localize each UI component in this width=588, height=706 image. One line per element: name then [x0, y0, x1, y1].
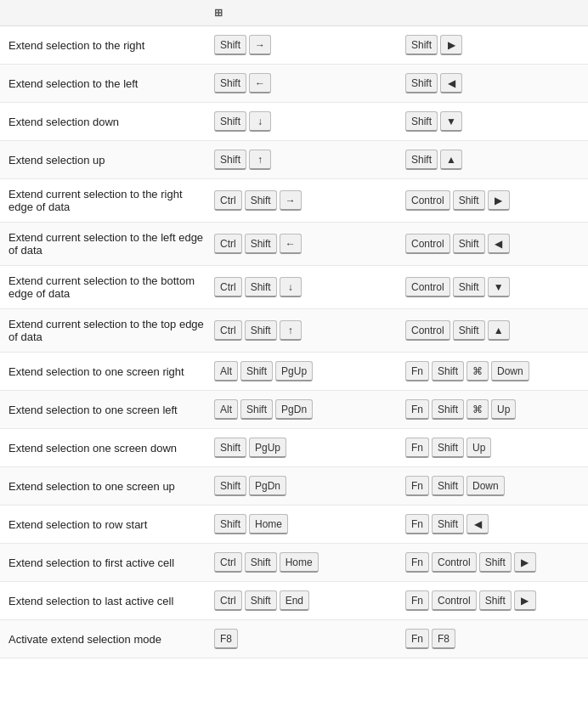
key-badge: ↑	[249, 150, 271, 170]
win-keys-cell: CtrlShiftEnd	[214, 590, 405, 611]
win-keys-cell: CtrlShiftHome	[214, 552, 405, 573]
key-badge: Shift	[405, 150, 438, 170]
key-badge: Shift	[245, 277, 277, 297]
key-badge: ▶	[440, 35, 462, 55]
key-badge: Home	[280, 552, 319, 573]
key-badge: Fn	[405, 514, 429, 534]
win-keys-cell: Shift←	[214, 73, 405, 93]
table-row: Activate extend selection modeF8FnF8	[0, 620, 588, 658]
table-row: Extend current selection to the left edg…	[0, 223, 588, 266]
key-badge: Shift	[453, 320, 485, 341]
key-badge: Ctrl	[214, 190, 242, 211]
key-badge: ▶	[488, 190, 510, 211]
key-badge: Ctrl	[214, 234, 242, 254]
win-keys-cell: Shift↓	[214, 111, 405, 132]
key-badge: Shift	[240, 399, 273, 420]
win-keys-cell: F8	[214, 629, 405, 649]
key-badge: Shift	[245, 552, 277, 573]
win-keys-cell: Shift→	[214, 35, 405, 55]
mac-keys-cell: ControlShift▼	[405, 277, 588, 297]
key-badge: PgUp	[249, 438, 286, 458]
key-badge: ←	[280, 234, 302, 254]
action-label: Extend current selection to the right ed…	[8, 188, 214, 213]
action-label: Extend selection up	[8, 154, 214, 167]
key-badge: Shift	[453, 234, 485, 254]
action-label: Extend selection down	[8, 116, 214, 128]
shortcuts-table: Extend selection to the rightShift→Shift…	[0, 26, 588, 658]
action-label: Extend current selection to the left edg…	[8, 231, 214, 257]
mac-keys-cell: FnShiftUp	[405, 438, 588, 458]
key-badge: Shift	[432, 514, 464, 534]
key-badge: Fn	[405, 590, 429, 611]
key-badge: Control	[405, 320, 450, 341]
key-badge: Ctrl	[214, 320, 242, 341]
key-badge: Up	[466, 438, 491, 458]
win-keys-cell: CtrlShift←	[214, 234, 405, 254]
mac-keys-cell: ControlShift◀	[405, 234, 588, 254]
key-badge: F8	[432, 629, 455, 649]
win-keys-cell: CtrlShift↑	[214, 320, 405, 341]
key-badge: Shift	[214, 73, 246, 93]
key-badge: Shift	[479, 552, 512, 573]
mac-keys-cell: Shift▶	[405, 35, 588, 55]
win-keys-cell: CtrlShift↓	[214, 277, 405, 297]
mac-keys-cell: Shift▲	[405, 150, 588, 170]
key-badge: ◀	[488, 234, 510, 254]
key-badge: ▶	[514, 590, 536, 611]
mac-keys-cell: FnControlShift▶	[405, 590, 588, 611]
key-badge: Shift	[214, 111, 246, 132]
key-badge: Fn	[405, 629, 429, 649]
mac-keys-cell: Shift◀	[405, 73, 588, 93]
mac-keys-cell: ControlShift▶	[405, 190, 588, 211]
key-badge: Shift	[453, 277, 485, 297]
key-badge: ◀	[440, 73, 462, 93]
key-badge: Shift	[214, 35, 246, 55]
key-badge: Down	[466, 476, 505, 496]
action-label: Extend current selection to the top edge…	[8, 318, 214, 343]
key-badge: Shift	[405, 73, 438, 93]
mac-keys-cell: ControlShift▲	[405, 320, 588, 341]
table-row: Extend selection to one screen rightAltS…	[0, 353, 588, 391]
key-badge: →	[280, 190, 302, 211]
key-badge: Shift	[405, 111, 438, 132]
table-row: Extend selection one screen downShiftPgU…	[0, 429, 588, 467]
key-badge: →	[249, 35, 271, 55]
win-keys-cell: CtrlShift→	[214, 190, 405, 211]
key-badge: ⌘	[466, 361, 489, 381]
table-header: ⊞	[0, 0, 588, 26]
key-badge: PgUp	[275, 361, 313, 381]
key-badge: Alt	[214, 361, 238, 381]
action-label: Extend selection to row start	[8, 518, 214, 531]
key-badge: Shift	[453, 190, 485, 211]
col2-header: ⊞	[214, 7, 405, 19]
key-badge: Shift	[245, 590, 277, 611]
action-label: Extend selection to last active cell	[8, 595, 214, 607]
key-badge: Shift	[245, 234, 277, 254]
action-label: Extend selection to one screen left	[8, 404, 214, 416]
key-badge: Fn	[405, 438, 429, 458]
key-badge: Control	[432, 590, 477, 611]
key-badge: Shift	[214, 476, 246, 496]
key-badge: ▶	[514, 552, 536, 573]
win-keys-cell: ShiftPgDn	[214, 476, 405, 496]
key-badge: Fn	[405, 361, 429, 381]
key-badge: Shift	[432, 476, 464, 496]
win-keys-cell: AltShiftPgUp	[214, 361, 405, 381]
action-label: Extend selection one screen down	[8, 442, 214, 455]
mac-keys-cell: Shift▼	[405, 111, 588, 132]
key-badge: Shift	[405, 35, 438, 55]
key-badge: Shift	[214, 438, 246, 458]
key-badge: Shift	[240, 361, 273, 381]
key-badge: ◀	[466, 514, 489, 534]
mac-keys-cell: FnShift⌘Up	[405, 399, 588, 420]
table-row: Extend selection to one screen upShiftPg…	[0, 467, 588, 505]
key-badge: Home	[249, 514, 288, 534]
action-label: Extend current selection to the bottom e…	[8, 274, 214, 300]
action-label: Extend selection to one screen up	[8, 480, 214, 493]
key-badge: Ctrl	[214, 277, 242, 297]
key-badge: F8	[214, 629, 238, 649]
table-row: Extend selection to last active cellCtrl…	[0, 582, 588, 620]
key-badge: PgDn	[249, 476, 286, 496]
key-badge: Up	[491, 399, 516, 420]
col3-header	[405, 7, 588, 19]
